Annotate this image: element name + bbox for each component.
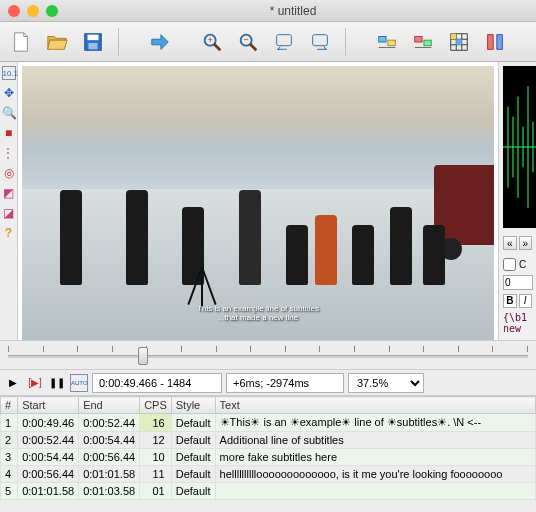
props-button[interactable]: [408, 27, 438, 57]
col-end[interactable]: End: [79, 397, 140, 414]
format-row: B I: [503, 294, 532, 308]
code-preview: {\b1 new: [503, 312, 532, 334]
play-to-end-button[interactable]: [▶]: [26, 374, 44, 392]
extra-button[interactable]: [480, 27, 510, 57]
dots-tool[interactable]: ⋮⋮: [2, 146, 16, 160]
right-pane: « » C B I {\b1 new: [498, 62, 536, 340]
num-input[interactable]: [503, 275, 533, 290]
waveform-svg: [503, 66, 536, 228]
ruler-tool[interactable]: 10.1: [2, 66, 16, 80]
shift-back-button[interactable]: [269, 27, 299, 57]
grid-icon: [448, 31, 470, 53]
target-tool[interactable]: ◎: [2, 166, 16, 180]
person-shape: [286, 225, 308, 285]
timecode-field[interactable]: [92, 373, 222, 393]
table-row[interactable]: 4 0:00:56.44 0:01:01.58 11 Default helll…: [1, 466, 536, 483]
minimize-icon[interactable]: [27, 5, 39, 17]
separator: [345, 28, 346, 56]
video-preview: This is an example line of subtitles ...…: [18, 62, 498, 340]
subtitle-line2: ...that made a new line: [197, 313, 319, 322]
transport-controls: ▶ [▶] ❚❚ AUTO 37.5%: [0, 370, 536, 396]
svg-line-4: [214, 43, 220, 49]
svg-rect-22: [451, 33, 457, 39]
shift-fwd-icon: [309, 31, 331, 53]
bold-button[interactable]: B: [503, 294, 517, 308]
check-c[interactable]: [503, 258, 516, 271]
play-button[interactable]: ▶: [4, 374, 22, 392]
col-start[interactable]: Start: [18, 397, 79, 414]
col-num[interactable]: #: [1, 397, 18, 414]
zoom-icon[interactable]: [46, 5, 58, 17]
zoom-select[interactable]: 37.5%: [348, 373, 424, 393]
arrow-right-icon: [149, 31, 171, 53]
subtitle-line1: This is an example line of subtitles: [197, 304, 319, 313]
window-controls: [8, 5, 58, 17]
wave-scroll: « »: [503, 236, 532, 250]
shift-forward-button[interactable]: [305, 27, 335, 57]
slider-thumb[interactable]: [138, 347, 148, 365]
code-line2: new: [503, 323, 532, 334]
svg-rect-23: [456, 39, 462, 45]
preview-frame[interactable]: This is an example line of subtitles ...…: [22, 66, 494, 340]
offset-field[interactable]: [226, 373, 344, 393]
move-tool[interactable]: ✥: [2, 86, 16, 100]
pause-button[interactable]: ❚❚: [48, 374, 66, 392]
folder-open-icon: [46, 31, 68, 53]
svg-rect-24: [488, 34, 494, 49]
main-toolbar: + −: [0, 22, 536, 62]
svg-rect-15: [424, 40, 431, 46]
stop-tool[interactable]: ■: [2, 126, 16, 140]
zoom-out-button[interactable]: −: [233, 27, 263, 57]
person-shape: [423, 225, 445, 285]
zoom-out-icon: −: [237, 31, 259, 53]
left-toolbar: 10.1 ✥ 🔍 ■ ⋮⋮ ◎ ◩ ◪ ?: [0, 62, 18, 340]
styles-button[interactable]: [372, 27, 402, 57]
waveform[interactable]: [503, 66, 536, 228]
save-button[interactable]: [78, 27, 108, 57]
close-icon[interactable]: [8, 5, 20, 17]
table-row[interactable]: 3 0:00:54.44 0:00:56.44 10 Default more …: [1, 449, 536, 466]
timeline-slider[interactable]: [0, 340, 536, 370]
table-row[interactable]: 1 0:00:49.46 0:00:52.44 16 Default ☀This…: [1, 414, 536, 432]
col-style[interactable]: Style: [171, 397, 215, 414]
tripod-shape: [201, 267, 203, 307]
window-title: * untitled: [58, 4, 528, 18]
svg-rect-10: [313, 34, 328, 45]
magnify-tool[interactable]: 🔍: [2, 106, 16, 120]
table-row[interactable]: 2 0:00:52.44 0:00:54.44 12 Default Addit…: [1, 432, 536, 449]
open-button[interactable]: [42, 27, 72, 57]
check-c-label: C: [519, 259, 526, 270]
subtitle-overlay: This is an example line of subtitles ...…: [197, 304, 319, 322]
table-row[interactable]: 5 0:01:01.58 0:01:03.58 01 Default: [1, 483, 536, 500]
file-icon: [10, 31, 32, 53]
svg-text:−: −: [243, 34, 248, 44]
svg-rect-2: [88, 42, 97, 48]
check-c-row: C: [503, 258, 532, 271]
separator: [118, 28, 119, 56]
grid-button[interactable]: [444, 27, 474, 57]
table-header-row: # Start End CPS Style Text: [1, 397, 536, 414]
person-shape: [126, 190, 148, 285]
person-shape: [60, 190, 82, 285]
help-tool[interactable]: ?: [2, 226, 16, 240]
forward-button[interactable]: [145, 27, 175, 57]
scroll-right-button[interactable]: »: [519, 236, 533, 250]
person-shape: [390, 207, 412, 285]
styles-icon: [376, 31, 398, 53]
floppy-icon: [82, 31, 104, 53]
svg-text:+: +: [207, 34, 212, 44]
col-text[interactable]: Text: [215, 397, 535, 414]
mask2-tool[interactable]: ◪: [2, 206, 16, 220]
svg-rect-25: [497, 34, 503, 49]
extra-icon: [484, 31, 506, 53]
svg-rect-14: [415, 36, 422, 42]
italic-button[interactable]: I: [519, 294, 533, 308]
mask1-tool[interactable]: ◩: [2, 186, 16, 200]
svg-rect-11: [379, 36, 386, 42]
col-cps[interactable]: CPS: [140, 397, 172, 414]
scroll-left-button[interactable]: «: [503, 236, 517, 250]
person-shape: [315, 215, 337, 285]
zoom-in-button[interactable]: +: [197, 27, 227, 57]
auto-button[interactable]: AUTO: [70, 374, 88, 392]
new-button[interactable]: [6, 27, 36, 57]
